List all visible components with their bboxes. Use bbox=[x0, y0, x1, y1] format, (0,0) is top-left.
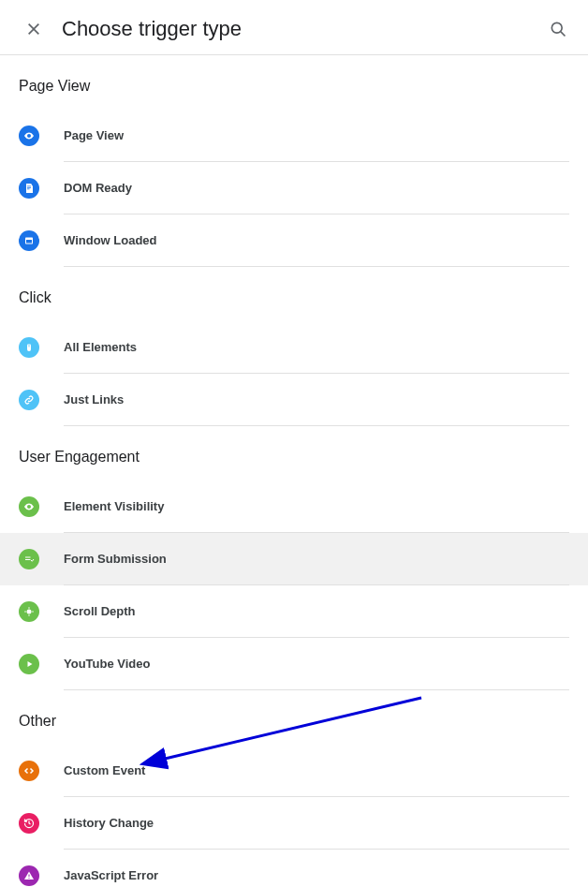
trigger-just-links[interactable]: Just Links bbox=[0, 374, 588, 426]
trigger-element-visibility[interactable]: Element Visibility bbox=[0, 480, 588, 533]
document-icon bbox=[19, 178, 39, 199]
mouse-icon bbox=[19, 337, 39, 358]
visibility-icon bbox=[19, 496, 39, 517]
svg-rect-11 bbox=[26, 240, 32, 244]
trigger-dom-ready[interactable]: DOM Ready bbox=[0, 162, 588, 214]
search-icon bbox=[549, 20, 567, 38]
trigger-javascript-error[interactable]: JavaScript Error bbox=[0, 850, 588, 887]
trigger-label: Window Loaded bbox=[64, 233, 157, 247]
svg-rect-15 bbox=[25, 557, 31, 558]
svg-point-2 bbox=[551, 22, 562, 33]
svg-rect-24 bbox=[29, 875, 30, 878]
play-icon bbox=[19, 654, 39, 674]
trigger-label: Scroll Depth bbox=[64, 604, 136, 618]
section-title-user-engagement: User Engagement bbox=[0, 426, 588, 480]
svg-marker-22 bbox=[28, 661, 33, 667]
trigger-youtube-video[interactable]: YouTube Video bbox=[0, 638, 588, 690]
dialog-header: Choose trigger type bbox=[0, 0, 588, 55]
trigger-label: DOM Ready bbox=[64, 181, 132, 195]
trigger-all-elements[interactable]: All Elements bbox=[0, 321, 588, 374]
trigger-label: Element Visibility bbox=[64, 499, 164, 513]
trigger-page-view[interactable]: Page View bbox=[0, 110, 588, 162]
error-icon bbox=[19, 865, 39, 886]
section-title-page-view: Page View bbox=[0, 55, 588, 110]
history-icon bbox=[19, 813, 39, 834]
section-title-click: Click bbox=[0, 267, 588, 321]
search-button[interactable] bbox=[547, 18, 569, 40]
trigger-scroll-depth[interactable]: Scroll Depth bbox=[0, 585, 588, 638]
trigger-history-change[interactable]: History Change bbox=[0, 797, 588, 850]
svg-rect-8 bbox=[27, 189, 30, 190]
window-icon bbox=[19, 230, 39, 251]
svg-line-3 bbox=[561, 32, 566, 37]
scroll-icon bbox=[19, 601, 39, 622]
svg-point-21 bbox=[32, 611, 34, 613]
svg-point-17 bbox=[27, 610, 32, 614]
svg-rect-16 bbox=[25, 559, 31, 560]
trigger-form-submission[interactable]: Form Submission bbox=[0, 533, 588, 585]
svg-point-14 bbox=[28, 506, 30, 508]
svg-point-20 bbox=[24, 611, 26, 613]
close-icon bbox=[26, 22, 41, 37]
trigger-label: Custom Event bbox=[64, 763, 145, 777]
trigger-window-loaded[interactable]: Window Loaded bbox=[0, 214, 588, 267]
svg-rect-25 bbox=[29, 878, 30, 879]
eye-icon bbox=[19, 126, 39, 146]
trigger-label: JavaScript Error bbox=[64, 868, 158, 882]
svg-point-19 bbox=[28, 614, 30, 616]
trigger-type-list: Page View Page View DOM Ready Window Loa… bbox=[0, 55, 588, 887]
trigger-label: YouTube Video bbox=[64, 657, 150, 671]
svg-point-4 bbox=[28, 135, 30, 137]
close-button[interactable] bbox=[22, 18, 45, 40]
trigger-custom-event[interactable]: Custom Event bbox=[0, 745, 588, 797]
dialog-title: Choose trigger type bbox=[62, 17, 547, 41]
trigger-label: History Change bbox=[64, 816, 154, 830]
svg-rect-7 bbox=[27, 187, 31, 188]
form-icon bbox=[19, 549, 39, 569]
trigger-label: Form Submission bbox=[64, 552, 167, 566]
svg-rect-6 bbox=[27, 186, 31, 187]
trigger-label: All Elements bbox=[64, 340, 137, 354]
section-title-other: Other bbox=[0, 690, 588, 745]
trigger-label: Page View bbox=[64, 128, 124, 142]
link-icon bbox=[19, 390, 39, 410]
svg-point-18 bbox=[28, 607, 30, 609]
code-icon bbox=[19, 761, 39, 781]
trigger-label: Just Links bbox=[64, 392, 124, 407]
svg-rect-5 bbox=[26, 185, 32, 193]
